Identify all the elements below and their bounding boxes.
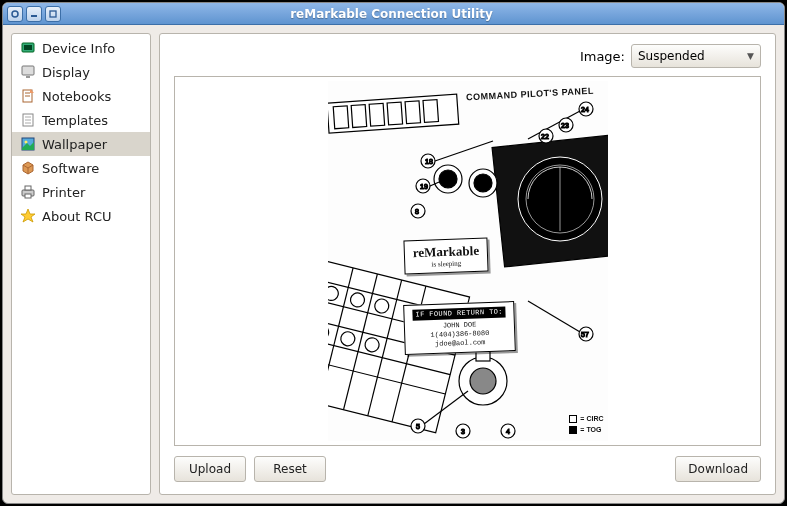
printer-icon — [20, 184, 36, 200]
preview-found-header: IF FOUND RETURN TO: — [412, 306, 506, 320]
wallpaper-icon — [20, 136, 36, 152]
sidebar-item-notebooks[interactable]: Notebooks — [12, 84, 150, 108]
sidebar-item-label: Printer — [42, 185, 85, 200]
svg-rect-6 — [26, 76, 30, 78]
svg-text:24: 24 — [581, 106, 589, 113]
svg-text:57: 57 — [581, 331, 589, 338]
sidebar-item-label: Templates — [42, 113, 108, 128]
svg-rect-17 — [25, 186, 31, 190]
legend-tog: = TOG — [580, 425, 601, 436]
sidebar-item-printer[interactable]: Printer — [12, 180, 150, 204]
window-menu-button[interactable] — [7, 6, 23, 22]
main-header: Image: Suspended ▼ — [174, 44, 761, 68]
upload-button[interactable]: Upload — [174, 456, 246, 482]
sidebar-item-software[interactable]: Software — [12, 156, 150, 180]
minimize-button[interactable] — [26, 6, 42, 22]
sidebar-item-label: Wallpaper — [42, 137, 107, 152]
legend-circ: = CIRC — [580, 414, 603, 425]
preview-found-email: jdoe@aol.com — [434, 338, 485, 348]
svg-rect-18 — [25, 194, 31, 198]
svg-point-24 — [439, 170, 457, 188]
preview-brand-note: reMarkable is sleeping — [403, 238, 488, 275]
titlebar[interactable]: reMarkable Connection Utility — [3, 3, 784, 25]
preview-brand: reMarkable — [412, 243, 479, 261]
preview-legend: = CIRC = TOG — [569, 414, 603, 435]
display-icon — [20, 64, 36, 80]
notebooks-icon — [20, 88, 36, 104]
svg-text:5: 5 — [416, 423, 420, 430]
svg-rect-4 — [24, 45, 32, 50]
client-area: Device Info Display Notebooks Templates — [3, 25, 784, 503]
reset-button[interactable]: Reset — [254, 456, 326, 482]
footer-buttons: Upload Reset Download — [174, 456, 761, 482]
svg-text:19: 19 — [420, 183, 428, 190]
svg-line-29 — [435, 141, 493, 161]
svg-rect-2 — [50, 11, 56, 17]
device-info-icon — [20, 40, 36, 56]
software-icon — [20, 160, 36, 176]
sidebar-item-label: About RCU — [42, 209, 112, 224]
image-label: Image: — [580, 49, 625, 64]
templates-icon — [20, 112, 36, 128]
wallpaper-preview: 18 19 8 24 23 22 — [328, 81, 608, 441]
svg-point-0 — [12, 11, 18, 17]
svg-point-66 — [470, 368, 496, 394]
sidebar-item-display[interactable]: Display — [12, 60, 150, 84]
svg-text:3: 3 — [461, 428, 465, 435]
main-panel: Image: Suspended ▼ — [159, 33, 776, 495]
svg-text:18: 18 — [425, 158, 433, 165]
svg-rect-5 — [22, 66, 34, 75]
maximize-button[interactable] — [45, 6, 61, 22]
window-controls — [7, 6, 61, 22]
sidebar-item-label: Display — [42, 65, 90, 80]
svg-text:8: 8 — [415, 208, 419, 215]
sidebar-item-label: Notebooks — [42, 89, 111, 104]
svg-line-77 — [528, 301, 580, 332]
preview-contact-note: IF FOUND RETURN TO: JOHN DOE 1(404)386-8… — [403, 301, 516, 355]
svg-text:23: 23 — [561, 122, 569, 129]
download-button[interactable]: Download — [675, 456, 761, 482]
preview-found-name: JOHN DOE — [442, 321, 476, 330]
sidebar-item-label: Software — [42, 161, 99, 176]
svg-text:4: 4 — [506, 428, 510, 435]
sidebar-item-about[interactable]: About RCU — [12, 204, 150, 228]
image-dropdown[interactable]: Suspended ▼ — [631, 44, 761, 68]
svg-rect-1 — [31, 15, 37, 17]
sidebar-item-label: Device Info — [42, 41, 115, 56]
app-window: reMarkable Connection Utility Device Inf… — [2, 2, 785, 504]
sidebar: Device Info Display Notebooks Templates — [11, 33, 151, 495]
chevron-down-icon: ▼ — [747, 51, 754, 61]
svg-point-26 — [474, 174, 492, 192]
about-icon — [20, 208, 36, 224]
window-title: reMarkable Connection Utility — [61, 7, 722, 21]
svg-text:22: 22 — [541, 133, 549, 140]
wallpaper-preview-frame: 18 19 8 24 23 22 — [174, 76, 761, 446]
sidebar-item-templates[interactable]: Templates — [12, 108, 150, 132]
image-dropdown-value: Suspended — [638, 49, 705, 63]
sidebar-item-wallpaper[interactable]: Wallpaper — [12, 132, 150, 156]
sidebar-item-device-info[interactable]: Device Info — [12, 36, 150, 60]
